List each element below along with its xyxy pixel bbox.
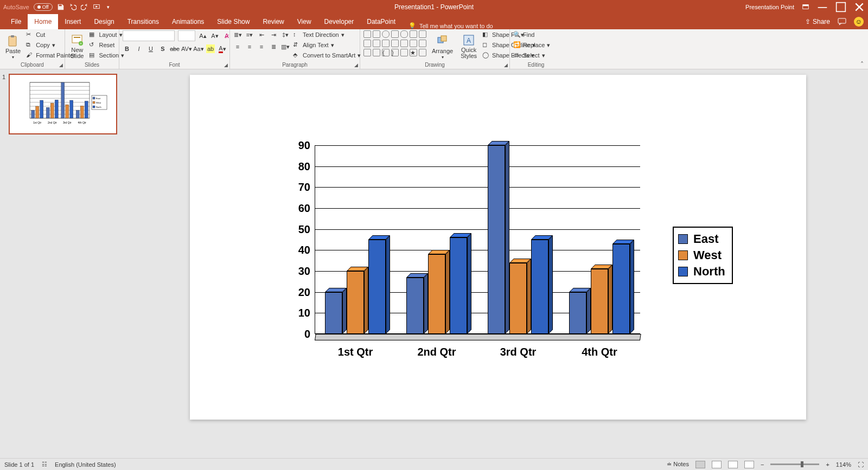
slide-counter[interactable]: Slide 1 of 1 <box>4 461 34 468</box>
save-icon[interactable] <box>57 3 65 11</box>
slide-1[interactable]: 0102030405060708090 1st Qtr2nd Qtr3rd Qt… <box>190 75 806 420</box>
collapse-ribbon-button[interactable]: ˄ <box>858 61 866 68</box>
svg-text:North: North <box>96 106 101 108</box>
slide-canvas-area[interactable]: 0102030405060708090 1st Qtr2nd Qtr3rd Qt… <box>128 69 868 458</box>
tab-file[interactable]: File <box>4 14 28 29</box>
tab-datapoint[interactable]: DataPoint <box>360 14 402 29</box>
zoom-in-button[interactable]: + <box>826 461 829 468</box>
bar-east-4[interactable] <box>569 292 586 334</box>
chart-legend[interactable]: EastWestNorth <box>673 227 733 284</box>
tab-animations[interactable]: Animations <box>165 14 210 29</box>
legend-item-east[interactable]: East <box>678 231 725 247</box>
find-button[interactable]: 🔍Find <box>513 30 550 39</box>
convert-smartart-button[interactable]: ⬘Convert to SmartArt ▾ <box>293 51 361 60</box>
italic-button[interactable]: I <box>135 44 143 53</box>
align-text-button[interactable]: ⇵Align Text ▾ <box>293 41 361 49</box>
strikethrough-button[interactable]: abc <box>170 44 179 53</box>
slideshow-view-button[interactable] <box>744 461 754 468</box>
paragraph-dialog-launcher[interactable]: ◢ <box>354 62 358 68</box>
redo-icon[interactable] <box>81 3 88 11</box>
bar-east-2[interactable] <box>406 278 424 334</box>
arrange-button[interactable]: Arrange▾ <box>430 30 455 60</box>
drawing-dialog-launcher[interactable]: ◢ <box>504 62 508 68</box>
fit-to-window-button[interactable]: ⛶ <box>858 461 864 468</box>
slide-sorter-view-button[interactable] <box>712 461 722 468</box>
tab-design[interactable]: Design <box>87 14 120 29</box>
bullets-button[interactable]: ≣▾ <box>233 30 242 39</box>
minimize-button[interactable] <box>817 3 828 11</box>
bar-west-2[interactable] <box>428 254 445 334</box>
align-left-button[interactable]: ≡ <box>233 42 242 51</box>
bar-north-1[interactable] <box>368 240 386 334</box>
comments-button[interactable] <box>838 18 846 25</box>
decrease-indent-button[interactable]: ⇤ <box>257 30 266 39</box>
increase-indent-button[interactable]: ⇥ <box>269 30 278 39</box>
legend-item-north[interactable]: North <box>678 263 725 280</box>
columns-button[interactable]: ▥▾ <box>281 42 290 51</box>
tab-transitions[interactable]: Transitions <box>121 14 165 29</box>
reading-view-button[interactable] <box>728 461 738 468</box>
bar-north-4[interactable] <box>612 244 630 334</box>
font-dialog-launcher[interactable]: ◢ <box>224 62 228 68</box>
bar-west-3[interactable] <box>509 263 527 334</box>
undo-icon[interactable] <box>69 3 76 11</box>
font-name-combo[interactable] <box>123 30 175 41</box>
align-right-button[interactable]: ≡ <box>257 42 266 51</box>
shapes-gallery[interactable]: {}★ <box>363 30 426 56</box>
char-spacing-button[interactable]: AV▾ <box>182 44 191 53</box>
share-button[interactable]: ⇪ Share <box>805 18 830 25</box>
increase-font-size-button[interactable]: A▴ <box>199 31 207 40</box>
zoom-level[interactable]: 114% <box>836 461 851 468</box>
bar-north-3[interactable] <box>531 240 548 334</box>
bar-north-2[interactable] <box>450 237 467 334</box>
quick-styles-button[interactable]: A Quick Styles <box>458 30 479 60</box>
start-from-beginning-icon[interactable] <box>93 3 100 11</box>
tab-view[interactable]: View <box>291 14 318 29</box>
tab-slide-show[interactable]: Slide Show <box>210 14 256 29</box>
underline-button[interactable]: U <box>146 44 155 53</box>
tab-review[interactable]: Review <box>256 14 290 29</box>
chart-object[interactable]: 0102030405060708090 1st Qtr2nd Qtr3rd Qt… <box>282 145 738 362</box>
select-button[interactable]: ▭Select ▾ <box>513 51 550 60</box>
justify-button[interactable]: ≣ <box>269 42 278 51</box>
change-case-button[interactable]: Aa▾ <box>194 44 203 53</box>
bar-east-3[interactable] <box>488 145 505 334</box>
slide-thumbnails-panel[interactable]: 1 1st Qtr2nd Qtr3rd Qtr4th QtrEastWestNo… <box>0 69 128 458</box>
close-button[interactable] <box>854 3 865 11</box>
text-direction-button[interactable]: ↕Text Direction ▾ <box>293 30 361 39</box>
slide-thumbnail-1[interactable]: 1st Qtr2nd Qtr3rd Qtr4th QtrEastWestNort… <box>9 74 117 134</box>
replace-button[interactable]: 🔁Replace ▾ <box>513 41 550 49</box>
autosave-toggle[interactable]: Off <box>34 3 53 11</box>
bar-east-1[interactable] <box>325 292 342 334</box>
new-slide-button[interactable]: + New Slide <box>68 30 86 60</box>
ribbon-display-options-icon[interactable] <box>802 3 809 11</box>
font-color-button[interactable]: A▾ <box>218 44 227 53</box>
tab-insert[interactable]: Insert <box>58 14 87 29</box>
shadow-button[interactable]: S <box>158 44 167 53</box>
feedback-button[interactable]: ☺ <box>854 17 864 27</box>
tab-developer[interactable]: Developer <box>318 14 361 29</box>
paste-button[interactable]: Paste▾ <box>3 30 23 60</box>
customize-qat-icon[interactable]: ▾ <box>105 3 112 11</box>
zoom-out-button[interactable]: − <box>761 461 764 468</box>
decrease-font-size-button[interactable]: A▾ <box>210 31 219 40</box>
language-status[interactable]: English (United States) <box>55 461 116 468</box>
presentation-point-link[interactable]: Presentation Point <box>745 4 794 10</box>
tab-home[interactable]: Home <box>28 14 58 29</box>
font-size-combo[interactable] <box>178 30 195 41</box>
line-spacing-button[interactable]: ‡▾ <box>281 30 290 39</box>
numbering-button[interactable]: ≡▾ <box>245 30 254 39</box>
maximize-button[interactable] <box>835 3 846 11</box>
notes-toggle[interactable]: ≐ Notes <box>667 461 689 468</box>
normal-view-button[interactable] <box>695 461 705 468</box>
zoom-slider[interactable] <box>770 463 819 465</box>
clipboard-dialog-launcher[interactable]: ◢ <box>59 62 63 68</box>
bar-west-4[interactable] <box>591 269 608 334</box>
tell-me-search[interactable]: 💡 Tell me what you want to do <box>409 22 493 29</box>
accessibility-icon[interactable]: ☷ <box>42 461 47 468</box>
bar-west-1[interactable] <box>347 271 364 334</box>
highlight-button[interactable]: ab <box>206 44 215 53</box>
bold-button[interactable]: B <box>123 44 131 53</box>
align-center-button[interactable]: ≡ <box>245 42 254 51</box>
legend-item-west[interactable]: West <box>678 247 725 263</box>
